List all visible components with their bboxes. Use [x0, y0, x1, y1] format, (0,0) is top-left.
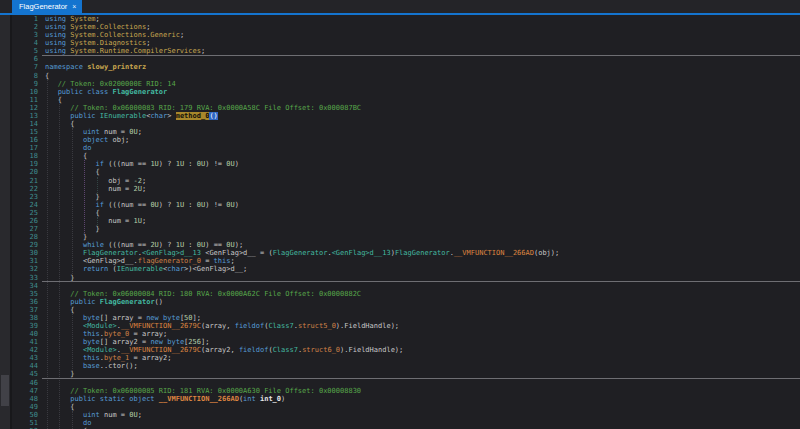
close-icon[interactable]: ×: [72, 3, 76, 10]
code-line[interactable]: 13 public IEnumerable<char> method_0(): [12, 112, 800, 120]
token: ;: [138, 128, 142, 136]
code-line[interactable]: 8{: [12, 72, 800, 80]
token: return: [83, 265, 113, 273]
scrollbar-thumb[interactable]: [1, 375, 9, 406]
selected-text[interactable]: (): [209, 112, 217, 120]
token: [45, 120, 70, 128]
code-line[interactable]: 10 public class FlagGenerator: [12, 88, 800, 96]
code-line[interactable]: 38 byte[] array = new byte[50];: [12, 314, 800, 322]
token: {: [70, 403, 74, 411]
code-line[interactable]: 14 {: [12, 120, 800, 128]
token: System.Collections: [70, 23, 146, 31]
code-line[interactable]: 31 <GenFlag>d__.flagGenerator_0 = this;: [12, 257, 800, 265]
line-number: 13: [12, 112, 38, 120]
code-line[interactable]: 51 do: [12, 419, 800, 427]
token: namespace: [45, 63, 87, 71]
code-line[interactable]: 27 }: [12, 225, 800, 233]
line-number: 5: [12, 47, 38, 55]
token: [45, 152, 83, 160]
token: 0U: [226, 201, 234, 209]
code-line[interactable]: 47 // Token: 0x06000085 RID: 181 RVA: 0x…: [12, 387, 800, 395]
code-line[interactable]: 39 <Module>.__VMFUNCTION__2679C(array, f…: [12, 322, 800, 330]
token: 50: [184, 314, 192, 322]
tab-flaggenerator[interactable]: FlagGenerator ×: [12, 0, 82, 13]
code-line[interactable]: 24 if (((num == 0U) ? 1U : 0U) != 0U): [12, 201, 800, 209]
code-line[interactable]: 48 public static object __VMFUNCTION__26…: [12, 395, 800, 403]
code-line[interactable]: 19 if (((num == 1U) ? 1U : 0U) != 0U): [12, 160, 800, 168]
token: :: [184, 160, 197, 168]
code-editor[interactable]: 1using System;2using System.Collections;…: [12, 15, 800, 429]
token: [45, 225, 96, 233]
token: Class7: [268, 322, 293, 330]
code-line[interactable]: 26 num = 1U;: [12, 217, 800, 225]
member-separator-line: [42, 55, 800, 56]
code-line[interactable]: 4using System.Diagnostics;: [12, 39, 800, 47]
token: [45, 201, 96, 209]
code-line[interactable]: 44 base..ctor();: [12, 362, 800, 370]
line-number: 1: [12, 15, 38, 23]
token: [45, 160, 96, 168]
token: -2: [134, 177, 142, 185]
code-line[interactable]: 41 byte[] array2 = new byte[256];: [12, 338, 800, 346]
token: num =: [104, 411, 129, 419]
highlighted-symbol[interactable]: method_0: [176, 112, 210, 120]
token: 0U: [226, 160, 234, 168]
panel-scrollbar[interactable]: [0, 15, 10, 429]
code-line[interactable]: 29 while (((num == 2U) ? 1U : 0U) == 0U)…: [12, 241, 800, 249]
token: do: [83, 419, 91, 427]
code-line[interactable]: 46: [12, 379, 800, 387]
code-line[interactable]: 9 // Token: 0x0200000E RID: 14: [12, 80, 800, 88]
code-line[interactable]: 11 {: [12, 96, 800, 104]
code-line[interactable]: 17 do: [12, 144, 800, 152]
token: FlagGenerator: [395, 249, 450, 257]
code-line[interactable]: 32 return (IEnumerable<char>)<GenFlag>d_…: [12, 265, 800, 273]
code-line[interactable]: 49 {: [12, 403, 800, 411]
token: [45, 346, 83, 354]
code-line[interactable]: 36 public FlagGenerator(): [12, 298, 800, 306]
code-line[interactable]: 23 }: [12, 193, 800, 201]
token: :: [184, 241, 197, 249]
code-line[interactable]: 21 obj = -2;: [12, 177, 800, 185]
token: uint: [83, 128, 104, 136]
line-number: 14: [12, 120, 38, 128]
code-line[interactable]: 3using System.Collections.Generic;: [12, 31, 800, 39]
code-line[interactable]: 22 num = 2U;: [12, 185, 800, 193]
token: ) !=: [205, 201, 226, 209]
code-line[interactable]: 43 this.byte_1 = array2;: [12, 354, 800, 362]
token: object: [83, 136, 113, 144]
code-line[interactable]: 16 object obj;: [12, 136, 800, 144]
code-line[interactable]: 7namespace slowy_printerz: [12, 63, 800, 71]
code-line[interactable]: 15 uint num = 0U;: [12, 128, 800, 136]
code-line[interactable]: 2using System.Collections;: [12, 23, 800, 31]
code-line[interactable]: 25 {: [12, 209, 800, 217]
code-line[interactable]: 37 {: [12, 306, 800, 314]
code-text: do: [45, 419, 91, 427]
token: ;: [142, 185, 146, 193]
code-line[interactable]: 1using System;: [12, 15, 800, 23]
code-line[interactable]: 12 // Token: 0x06000083 RID: 179 RVA: 0x…: [12, 104, 800, 112]
token: do: [83, 144, 91, 152]
token: byte: [83, 338, 100, 346]
token: 2U: [150, 241, 158, 249]
code-line[interactable]: 28 }: [12, 233, 800, 241]
code-line[interactable]: 35 // Token: 0x06000084 RID: 180 RVA: 0x…: [12, 290, 800, 298]
code-line[interactable]: 34: [12, 282, 800, 290]
line-number: 51: [12, 419, 38, 427]
code-line[interactable]: 40 this.byte_0 = array;: [12, 330, 800, 338]
code-line[interactable]: 20 {: [12, 168, 800, 176]
token: __VMFUNCTION__2679C: [121, 346, 201, 354]
token: [45, 136, 83, 144]
code-line[interactable]: 50 uint num = 0U;: [12, 411, 800, 419]
code-line[interactable]: 42 <Module>.__VMFUNCTION__2679C(array2, …: [12, 346, 800, 354]
token: 1U: [176, 241, 184, 249]
token: FlagGenerator: [112, 88, 167, 96]
code-line[interactable]: 30 FlagGenerator.<GenFlag>d__13 <GenFlag…: [12, 249, 800, 257]
token: {: [45, 72, 49, 80]
token: [45, 403, 70, 411]
token: :: [184, 201, 197, 209]
token: [45, 298, 70, 306]
code-line[interactable]: 6: [12, 55, 800, 63]
line-number: 7: [12, 63, 38, 71]
code-line[interactable]: 18 {: [12, 152, 800, 160]
token: [45, 395, 70, 403]
